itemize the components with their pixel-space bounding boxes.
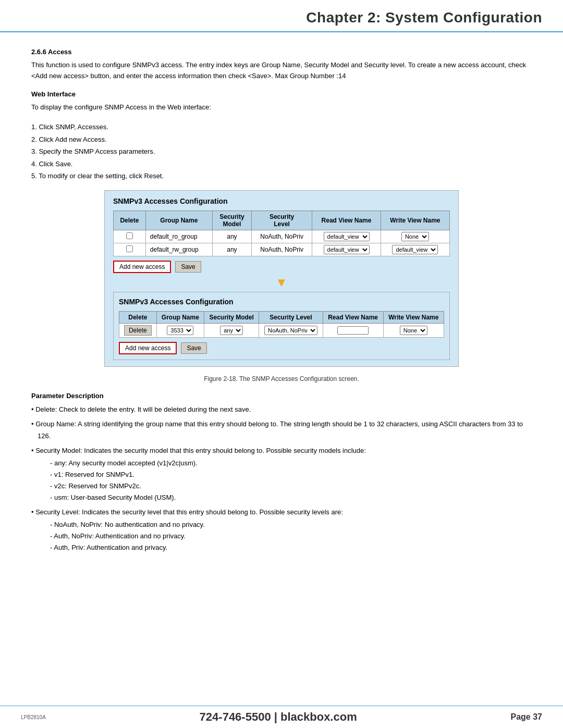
col-group-name-b: Group Name — [156, 312, 204, 324]
arrow-down-icon: ▼ — [113, 275, 450, 290]
group-name-cell: default_rw_group — [145, 243, 212, 256]
save-button-bottom[interactable]: Save — [181, 342, 206, 354]
col-security-level: SecurityLevel — [251, 211, 312, 230]
page-title: Chapter 2: System Configuration — [21, 9, 542, 26]
config-box-bottom-title: SNMPv3 Accesses Configuration — [119, 298, 444, 306]
page-footer: LPB2810A 724-746-5500 | blackbox.com Pag… — [0, 706, 563, 728]
delete-checkbox-2[interactable] — [126, 245, 133, 252]
security-model-cell-b: any — [204, 324, 259, 338]
footer-center: 724-746-5500 | blackbox.com — [46, 710, 511, 724]
footer-right: Page 37 — [511, 712, 542, 722]
security-level-select[interactable]: NoAuth, NoPriv — [264, 326, 317, 335]
security-level-sublist: NoAuth, NoPriv: No authentication and no… — [38, 519, 532, 553]
param-list: Delete: Check to delete the entry. It wi… — [31, 404, 532, 553]
section-heading: 2.6.6 Access — [31, 48, 532, 56]
col-delete: Delete — [114, 211, 146, 230]
param-description-heading: Parameter Description — [31, 392, 532, 400]
col-delete-b: Delete — [119, 312, 157, 324]
write-view-cell: default_view — [381, 243, 449, 256]
config-box-bottom: SNMPv3 Accesses Configuration Delete Gro… — [113, 292, 450, 360]
read-view-select-1[interactable]: default_view — [324, 232, 370, 241]
table-row: Delete 3533 any — [119, 324, 444, 338]
delete-checkbox-1[interactable] — [126, 232, 133, 239]
col-group-name: Group Name — [145, 211, 212, 230]
step-4: 4. Click Save. — [31, 158, 532, 170]
security-model-select[interactable]: any — [220, 326, 243, 335]
col-write-view: Write View Name — [381, 211, 449, 230]
security-model-cell: any — [212, 230, 251, 243]
write-view-select-2[interactable]: default_view — [392, 245, 438, 254]
sub-noauth-nopriv: NoAuth, NoPriv: No authentication and no… — [50, 519, 532, 530]
footer-left: LPB2810A — [21, 714, 46, 720]
intro-text: This function is used to configure SNMPv… — [31, 60, 532, 82]
write-view-cell-b: None — [383, 324, 444, 338]
read-view-select-2[interactable]: default_view — [324, 245, 370, 254]
sub-usm: usm: User-based Security Model (USM). — [50, 492, 532, 503]
group-name-select[interactable]: 3533 — [167, 326, 193, 335]
config-table-bottom: Delete Group Name Security Model Securit… — [119, 311, 444, 338]
page-header: Chapter 2: System Configuration — [0, 0, 563, 32]
security-model-sublist: any: Any security model accepted (v1|v2c… — [38, 458, 532, 503]
sub-any: any: Any security model accepted (v1|v2c… — [50, 458, 532, 469]
param-security-model: Security Model: Indicates the security m… — [31, 445, 532, 503]
col-read-view: Read View Name — [312, 211, 381, 230]
step-3: 3. Specify the SNMP Access parameters. — [31, 145, 532, 157]
sub-v2c: v2c: Reserved for SNMPv2c. — [50, 480, 532, 492]
read-view-input[interactable] — [337, 326, 369, 335]
delete-cell — [114, 230, 146, 243]
read-view-cell: default_view — [312, 230, 381, 243]
param-security-level: Security Level: Indicates the security l… — [31, 507, 532, 553]
sub-auth-nopriv: Auth, NoPriv: Authentication and no priv… — [50, 530, 532, 542]
web-interface-heading: Web Interface — [31, 90, 532, 98]
col-write-view-b: Write View Name — [383, 312, 444, 324]
read-view-cell-b — [323, 324, 383, 338]
col-read-view-b: Read View Name — [323, 312, 383, 324]
web-intro: To display the configure SNMP Access in … — [31, 102, 532, 113]
security-model-cell: any — [212, 243, 251, 256]
delete-button[interactable]: Delete — [124, 325, 152, 336]
step-2: 2. Click Add new Access. — [31, 133, 532, 145]
security-level-cell-b: NoAuth, NoPriv — [259, 324, 323, 338]
main-content: 2.6.6 Access This function is used to co… — [0, 32, 563, 598]
add-new-access-button-bottom[interactable]: Add new access — [119, 342, 177, 354]
step-5: 5. To modify or clear the setting, click… — [31, 170, 532, 182]
col-security-model-b: Security Model — [204, 312, 259, 324]
config-box-top-title: SNMPv3 Accesses Configuration — [113, 197, 450, 205]
add-new-access-button-top[interactable]: Add new access — [113, 261, 171, 273]
write-view-select-b[interactable]: None — [400, 326, 427, 335]
group-name-cell-b: 3533 — [156, 324, 204, 338]
delete-cell — [114, 243, 146, 256]
param-group-name: Group Name: A string identifying the gro… — [31, 418, 532, 441]
steps-list: 1. Click SNMP, Accesses. 2. Click Add ne… — [31, 121, 532, 182]
security-level-cell: NoAuth, NoPriv — [251, 243, 312, 256]
param-delete: Delete: Check to delete the entry. It wi… — [31, 404, 532, 415]
table-row: default_rw_group any NoAuth, NoPriv defa… — [114, 243, 450, 256]
col-security-model: SecurityModel — [212, 211, 251, 230]
read-view-cell: default_view — [312, 243, 381, 256]
sub-v1: v1: Reserved for SNMPv1. — [50, 469, 532, 480]
security-level-cell: NoAuth, NoPriv — [251, 230, 312, 243]
config-box-top: SNMPv3 Accesses Configuration Delete Gro… — [104, 190, 459, 367]
button-row-bottom: Add new access Save — [119, 342, 444, 354]
config-table-top: Delete Group Name SecurityModel Security… — [113, 211, 450, 256]
sub-auth-priv: Auth, Priv: Authentication and privacy. — [50, 542, 532, 553]
table-row: default_ro_group any NoAuth, NoPriv defa… — [114, 230, 450, 243]
button-row-top: Add new access Save — [113, 261, 450, 273]
write-view-select-1[interactable]: None — [401, 232, 429, 241]
group-name-cell: default_ro_group — [145, 230, 212, 243]
save-button-top[interactable]: Save — [175, 261, 201, 273]
delete-btn-cell: Delete — [119, 324, 157, 338]
step-1: 1. Click SNMP, Accesses. — [31, 121, 532, 133]
col-security-level-b: Security Level — [259, 312, 323, 324]
figure-caption: Figure 2-18. The SNMP Accesses Configura… — [31, 375, 532, 382]
write-view-cell: None — [381, 230, 449, 243]
